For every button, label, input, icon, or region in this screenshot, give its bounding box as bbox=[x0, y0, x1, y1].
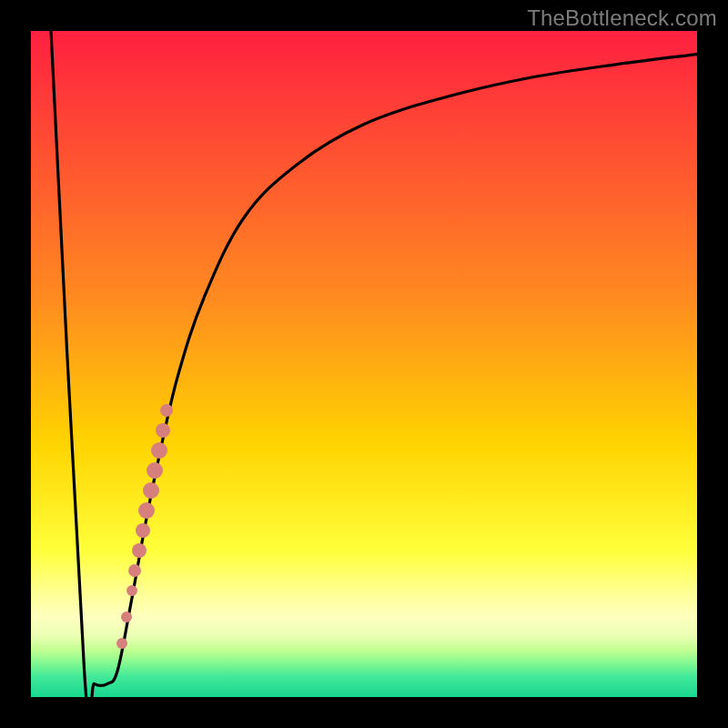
highlight-dot bbox=[160, 404, 173, 417]
chart-frame: TheBottleneck.com bbox=[0, 0, 728, 728]
highlight-dot bbox=[126, 585, 137, 596]
highlight-dot bbox=[121, 612, 132, 622]
highlight-dot bbox=[136, 523, 150, 538]
highlight-dot bbox=[138, 502, 155, 519]
plot-area bbox=[31, 31, 697, 697]
highlight-dot bbox=[128, 564, 141, 577]
highlight-dot bbox=[147, 462, 163, 479]
curve-layer bbox=[31, 31, 697, 697]
highlight-dot bbox=[151, 442, 167, 459]
bottleneck-curve bbox=[51, 31, 697, 697]
highlight-dot bbox=[143, 482, 159, 499]
highlight-dot bbox=[132, 543, 147, 558]
highlight-dot bbox=[156, 423, 170, 438]
watermark-text: TheBottleneck.com bbox=[527, 5, 717, 31]
highlight-dot bbox=[116, 638, 127, 649]
